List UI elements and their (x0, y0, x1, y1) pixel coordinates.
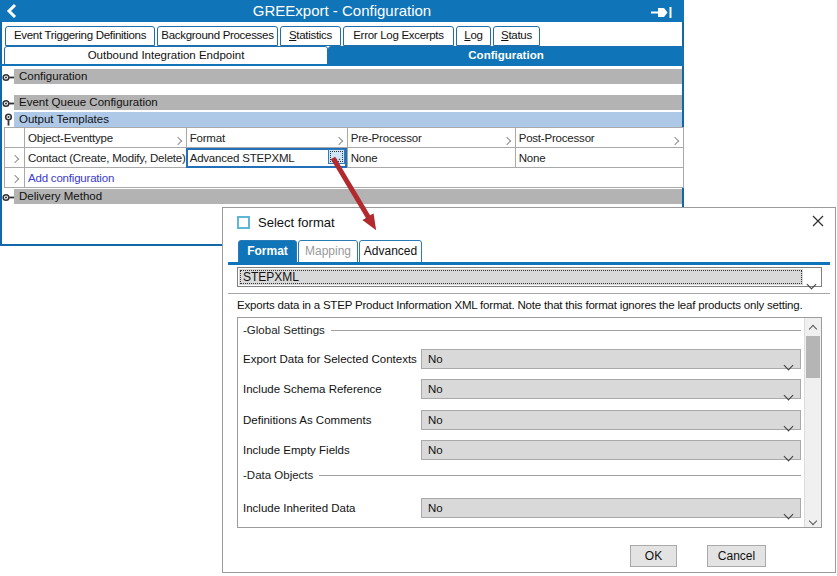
settings-panel: -Global Settings Export Data for Selecte… (237, 317, 822, 528)
header-label: Object-Eventtype (28, 132, 113, 144)
cell-value: Advanced STEPXML (190, 152, 295, 164)
window-border-left (0, 22, 2, 246)
header-object-eventtype[interactable]: Object-Eventtype (25, 128, 187, 148)
ok-button[interactable]: OK (630, 545, 677, 567)
field-label: Definitions As Comments (243, 410, 371, 430)
chevron-right-icon (175, 134, 181, 146)
close-icon[interactable] (808, 211, 828, 231)
group-title: Global Settings (247, 324, 325, 336)
combo-value: No (422, 380, 800, 398)
chevron-down-icon (785, 446, 792, 464)
divider (228, 293, 830, 294)
scrollbar-thumb[interactable] (806, 336, 820, 378)
scroll-down-button[interactable] (805, 510, 821, 527)
field-row: Definitions As Comments No (238, 410, 821, 430)
add-configuration-link[interactable]: Add configuration (28, 172, 114, 184)
window-title: GREExport - Configuration (0, 0, 684, 22)
header-label: Format (190, 132, 225, 144)
tab-label: Event Triggering Definitions (14, 29, 146, 41)
combo-value: No (422, 499, 800, 517)
select-format-dialog: Select format Format Mapping Advanced ST… (222, 207, 836, 573)
tab-label-rest: tatistics (296, 29, 332, 41)
tab-statistics[interactable]: Statistics (280, 26, 341, 46)
table-header-row: Object-Eventtype Format Pre-Processor Po… (5, 128, 684, 148)
cell-object-eventtype[interactable]: Contact (Create, Modify, Delete) (25, 148, 187, 168)
chevron-down-icon (785, 416, 792, 434)
group-global-settings: -Global Settings (243, 323, 801, 337)
combo-value: No (422, 441, 800, 459)
chevron-right-icon (504, 134, 510, 146)
tab-event-triggering-definitions[interactable]: Event Triggering Definitions (5, 26, 155, 46)
tab-outbound-integration-endpoint[interactable]: Outbound Integration Endpoint (4, 46, 328, 66)
field-combo-include-schema-reference[interactable]: No (421, 379, 801, 399)
field-combo-definitions-as-comments[interactable]: No (421, 410, 801, 430)
row-expander-cell[interactable] (5, 168, 25, 188)
combo-value: No (422, 350, 800, 368)
header-pre-processor[interactable]: Pre-Processor (347, 128, 515, 148)
format-select-value: STEPXML (239, 269, 803, 285)
tab-strip-rule (0, 64, 684, 66)
group-title: Data Objects (247, 469, 313, 481)
settings-scrollbar[interactable] (804, 318, 821, 527)
dialog-tab-advanced[interactable]: Advanced (359, 240, 422, 263)
chevron-up-icon (809, 325, 817, 333)
cancel-button[interactable]: Cancel (707, 545, 766, 567)
field-label: Include Inherited Data (243, 498, 356, 518)
window-titlebar: GREExport - Configuration (0, 0, 684, 22)
group-line (331, 330, 801, 331)
field-label: Include Schema Reference (243, 379, 382, 399)
dialog-tab-mapping[interactable]: Mapping (298, 240, 358, 263)
tab-error-log-excerpts[interactable]: Error Log Excerpts (343, 26, 454, 46)
field-label: Export Data for Selected Contexts (243, 349, 417, 369)
tab-log[interactable]: Log (456, 26, 491, 46)
row-expander-cell[interactable] (5, 148, 25, 168)
tab-label-rest: og (470, 29, 482, 41)
header-post-processor[interactable]: Post-Processor (515, 128, 683, 148)
field-combo-include-empty-fields[interactable]: No (421, 440, 801, 460)
header-format[interactable]: Format (186, 128, 347, 148)
header-label: Pre-Processor (351, 132, 422, 144)
tab-configuration[interactable]: Configuration (328, 46, 684, 66)
field-row: Include Empty Fields No (238, 440, 821, 460)
field-combo-export-data-for-selected-contexts[interactable]: No (421, 349, 801, 369)
chevron-down-icon (785, 355, 792, 373)
combo-value: No (422, 411, 800, 429)
header-spacer-cell (5, 128, 25, 148)
screen: GREExport - Configuration Event Triggeri… (0, 0, 837, 576)
chevron-down-icon (808, 274, 815, 292)
section-bar-event-queue-configuration[interactable]: Event Queue Configuration (14, 95, 682, 110)
field-combo-include-inherited-data[interactable]: No (421, 498, 801, 518)
dialog-tab-format[interactable]: Format (238, 240, 297, 263)
chevron-down-icon (809, 517, 817, 525)
group-line (319, 475, 801, 476)
chevron-right-icon (336, 134, 342, 146)
field-row: Export Data for Selected Contexts No (238, 349, 821, 369)
field-row: Include Inherited Data No (238, 498, 821, 518)
chevron-right-icon (11, 154, 19, 162)
tab-status[interactable]: Status (493, 26, 540, 46)
scroll-up-button[interactable] (805, 318, 821, 335)
chevron-right-icon (672, 134, 678, 146)
section-bar-output-templates[interactable]: Output Templates (14, 112, 682, 127)
cell-post-processor[interactable]: None (515, 148, 683, 168)
format-description: Exports data in a STEP Product Informati… (237, 299, 803, 311)
dialog-tab-rule (228, 262, 830, 265)
checkbox-icon[interactable] (237, 216, 250, 229)
tab-label: Background Processes (161, 29, 273, 41)
header-label: Post-Processor (519, 132, 595, 144)
red-callout-arrow (320, 150, 390, 242)
tab-label: Error Log Excerpts (353, 29, 443, 41)
section-bar-configuration[interactable]: Configuration (14, 69, 682, 84)
chevron-down-icon (785, 385, 792, 403)
pin-icon[interactable] (650, 5, 674, 18)
chevron-right-icon (11, 174, 19, 182)
chevron-down-icon (785, 504, 792, 522)
tab-background-processes[interactable]: Background Processes (157, 26, 278, 46)
field-row: Include Schema Reference No (238, 379, 821, 399)
field-label: Include Empty Fields (243, 440, 350, 460)
tab-label-rest: tatus (508, 29, 531, 41)
format-select[interactable]: STEPXML (237, 267, 822, 287)
group-data-objects: -Data Objects (243, 468, 801, 482)
